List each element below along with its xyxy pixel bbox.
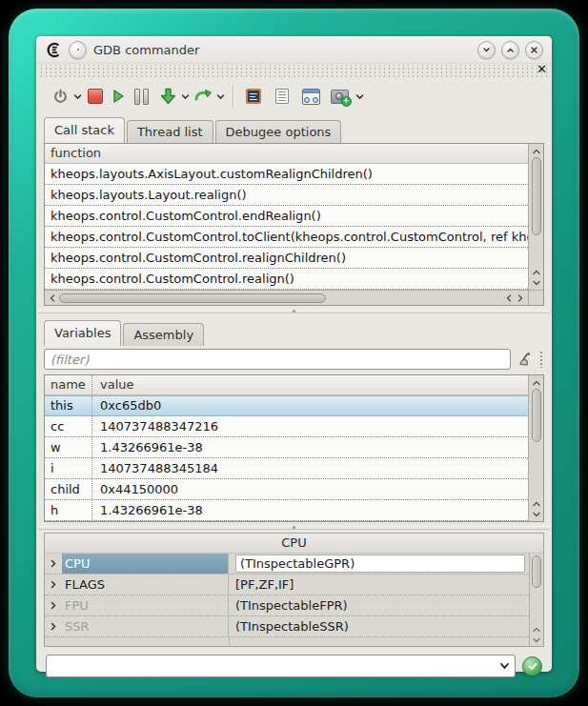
- scroll-down-icon[interactable]: [531, 509, 542, 519]
- variables-table[interactable]: name value this0xc65db0 cc14073748834721…: [45, 375, 528, 521]
- tab-call-stack[interactable]: Call stack: [44, 117, 125, 143]
- variable-row[interactable]: i140737488345184: [45, 458, 528, 479]
- cpu-row[interactable]: SSR (TInspectableSSR): [45, 616, 529, 637]
- step-over-button[interactable]: [192, 84, 214, 109]
- callstack-horizontal-scrollbar[interactable]: [45, 290, 528, 305]
- variable-row[interactable]: cc140737488347216: [45, 416, 528, 437]
- horizontal-splitter[interactable]: [36, 522, 552, 533]
- minimize-button[interactable]: [477, 41, 496, 59]
- expand-arrow-icon[interactable]: [45, 580, 62, 589]
- combo-dropdown-icon[interactable]: [494, 662, 515, 670]
- scrollbar-thumb[interactable]: [532, 555, 541, 588]
- step-over-dropdown-icon[interactable]: [214, 84, 227, 109]
- scroll-right-icon[interactable]: [515, 292, 526, 303]
- callstack-row[interactable]: kheops.control.CustomControl.endRealign(…: [45, 206, 528, 227]
- callstack-tabbar: Call stack Thread list Debugee options: [36, 113, 552, 143]
- variable-row-selected[interactable]: this0xc65db0: [45, 395, 528, 416]
- tab-assembly[interactable]: Assembly: [123, 323, 204, 346]
- cpu-inspector-title: CPU: [45, 534, 543, 554]
- window-options-button[interactable]: [69, 41, 87, 59]
- gdb-command-combo[interactable]: [46, 655, 516, 677]
- cpu-row-selected[interactable]: CPU (TInspectableGPR): [45, 554, 529, 575]
- expand-arrow-icon[interactable]: [45, 559, 62, 568]
- gdb-command-input[interactable]: [47, 656, 494, 676]
- column-name[interactable]: name: [45, 375, 92, 394]
- callstack-row[interactable]: kheops.control.CustomControl.realignChil…: [45, 248, 528, 269]
- power-button[interactable]: [49, 84, 71, 109]
- horizontal-splitter[interactable]: [36, 306, 552, 316]
- variable-row[interactable]: w1.43266961e-38: [45, 437, 528, 458]
- variables-vertical-scrollbar[interactable]: [528, 375, 543, 521]
- scrollbar-thumb[interactable]: [532, 389, 541, 442]
- tab-thread-list[interactable]: Thread list: [127, 120, 213, 143]
- callstack-row[interactable]: kheops.control.CustomControl.toClient(kh…: [45, 227, 528, 248]
- scroll-up-icon[interactable]: [531, 624, 542, 635]
- view-cpu-button[interactable]: [242, 84, 265, 109]
- scroll-up-icon[interactable]: [531, 146, 542, 156]
- callstack-row[interactable]: kheops.control.CustomControl.realign(): [45, 269, 528, 290]
- callstack-panel: function kheops.layouts.AxisLayout.custo…: [44, 143, 544, 306]
- dock-close-icon[interactable]: ✕: [537, 63, 547, 76]
- view-watch-button[interactable]: [299, 84, 322, 109]
- scroll-up-icon[interactable]: [531, 498, 542, 509]
- close-button[interactable]: [525, 41, 543, 59]
- watch-window-icon: [302, 89, 320, 105]
- maximize-button[interactable]: [501, 41, 519, 59]
- tab-variables[interactable]: Variables: [44, 320, 121, 346]
- window-controls: [477, 41, 543, 59]
- scroll-left-icon[interactable]: [503, 292, 515, 303]
- callstack-column-header[interactable]: function: [45, 144, 528, 164]
- scroll-up-icon[interactable]: [531, 377, 542, 388]
- expand-arrow-icon[interactable]: [45, 601, 62, 610]
- scrollbar-thumb[interactable]: [59, 293, 326, 303]
- scroll-down-icon[interactable]: [531, 635, 542, 645]
- cpu-inspector: CPU CPU (TInspectableGPR) FLAGS [PF,ZF,I…: [44, 533, 544, 647]
- tab-debugee-options[interactable]: Debugee options: [215, 120, 342, 143]
- window-title: GDB commander: [93, 43, 471, 57]
- variable-row[interactable]: h1.43266961e-38: [45, 500, 528, 521]
- filter-row: [44, 348, 544, 371]
- panel-grip-dots[interactable]: [539, 351, 544, 368]
- scrollbar-thumb[interactable]: [532, 157, 541, 235]
- document-list-icon: [275, 89, 289, 104]
- callstack-row[interactable]: kheops.layouts.AxisLayout.customRealignC…: [45, 164, 528, 185]
- send-command-button[interactable]: [522, 656, 542, 676]
- clear-filter-button[interactable]: [516, 350, 535, 369]
- pause-button[interactable]: [130, 84, 152, 109]
- column-value[interactable]: value: [92, 375, 134, 394]
- titlebar[interactable]: GDB commander: [36, 36, 552, 64]
- scroll-up-icon[interactable]: [531, 267, 542, 277]
- variables-tabbar: Variables Assembly: [36, 316, 552, 346]
- dock-grip[interactable]: ✕: [38, 65, 550, 78]
- cpu-register-grid[interactable]: CPU (TInspectableGPR) FLAGS [PF,ZF,IF] F…: [45, 554, 529, 646]
- pause-icon: [134, 89, 149, 105]
- scroll-down-icon[interactable]: [531, 277, 542, 288]
- scroll-left-icon[interactable]: [47, 292, 58, 303]
- gdb-commander-window: GDB commander ✕: [36, 36, 552, 672]
- variable-row[interactable]: child0x44150000: [45, 479, 528, 500]
- run-button[interactable]: [107, 84, 130, 109]
- cpu-grid-filler: [45, 637, 529, 645]
- toolbar-separator: [233, 85, 234, 108]
- cpu-row[interactable]: FLAGS [PF,ZF,IF]: [45, 575, 529, 595]
- cpu-icon: [246, 89, 261, 104]
- power-dropdown-icon[interactable]: [71, 84, 84, 109]
- snapshot-button[interactable]: +: [328, 84, 351, 109]
- filter-input[interactable]: [44, 349, 511, 370]
- expand-arrow-icon[interactable]: [45, 622, 62, 631]
- step-into-dropdown-icon[interactable]: [179, 84, 192, 109]
- cpu-row[interactable]: FPU (TInspectableFPR): [45, 595, 529, 616]
- step-into-button[interactable]: [156, 84, 179, 109]
- variables-column-header[interactable]: name value: [45, 375, 528, 395]
- gdb-command-row: [46, 655, 542, 677]
- callstack-list[interactable]: function kheops.layouts.AxisLayout.custo…: [45, 144, 528, 290]
- snapshot-dropdown-icon[interactable]: [354, 84, 366, 109]
- cpu-value-editor[interactable]: (TInspectableGPR): [235, 555, 525, 573]
- stop-button[interactable]: [84, 84, 107, 109]
- cpu-vertical-scrollbar[interactable]: [529, 554, 543, 646]
- callstack-vertical-scrollbar[interactable]: [528, 144, 543, 290]
- debug-toolbar: +: [36, 79, 552, 113]
- app-logo-icon: [45, 41, 62, 58]
- view-messages-button[interactable]: [271, 84, 294, 109]
- callstack-row[interactable]: kheops.layouts.Layout.realign(): [45, 185, 528, 206]
